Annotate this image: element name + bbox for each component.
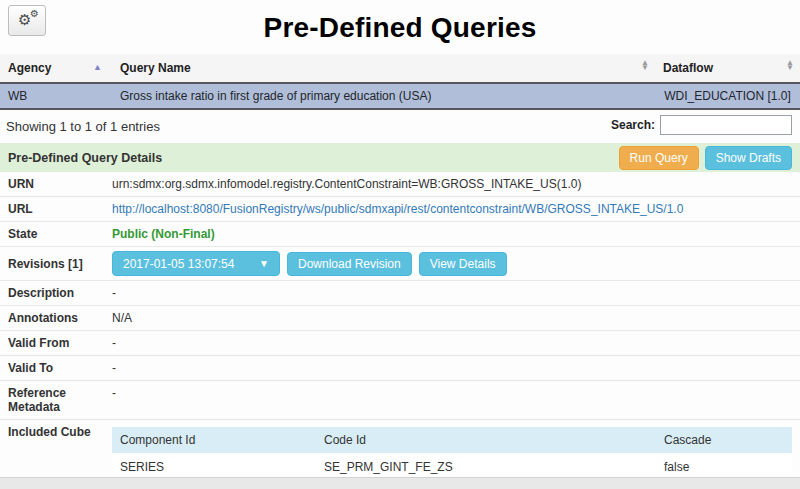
sort-both-icon: ▲▼: [641, 60, 649, 70]
download-revision-button[interactable]: Download Revision: [287, 252, 412, 276]
detail-row-url: URL http://localhost:8080/FusionRegistry…: [0, 197, 800, 222]
annotations-value: N/A: [112, 311, 792, 325]
column-header-query-name[interactable]: Query Name ▲▼: [112, 54, 655, 83]
cube-header-row: Component Id Code Id Cascade: [112, 427, 792, 453]
page-title: Pre-Defined Queries: [0, 0, 800, 44]
detail-row-urn: URN urn:sdmx:org.sdmx.infomodel.registry…: [0, 172, 800, 197]
cube-header-component-id: Component Id: [112, 427, 316, 453]
column-header-agency[interactable]: Agency ▲: [0, 54, 112, 83]
included-cube-label: Included Cube: [8, 425, 112, 439]
search-control: Search:: [611, 115, 792, 135]
annotations-label: Annotations: [8, 311, 112, 325]
column-header-dataflow[interactable]: Dataflow ▲▼: [655, 54, 800, 83]
detail-row-annotations: Annotations N/A: [0, 306, 800, 331]
column-header-agency-label: Agency: [8, 61, 51, 75]
top-bar: ⚙⚙ Pre-Defined Queries: [0, 0, 800, 54]
valid-to-value: -: [112, 361, 792, 375]
show-drafts-button[interactable]: Show Drafts: [705, 146, 792, 170]
revisions-controls: 2017-01-05 13:07:54 ▼ Download Revision …: [112, 251, 792, 276]
entries-info-text: Showing 1 to 1 of 1 entries: [6, 119, 160, 134]
view-details-button[interactable]: View Details: [419, 252, 507, 276]
description-label: Description: [8, 286, 112, 300]
valid-to-label: Valid To: [8, 361, 112, 375]
revision-select-dropdown[interactable]: 2017-01-05 13:07:54 ▼: [112, 251, 280, 276]
detail-row-valid-from: Valid From -: [0, 331, 800, 356]
query-row-agency: WB: [0, 83, 112, 109]
cogs-icon: ⚙⚙: [18, 12, 31, 28]
valid-from-label: Valid From: [8, 336, 112, 350]
valid-from-value: -: [112, 336, 792, 350]
revisions-label: Revisions [1]: [8, 257, 112, 271]
search-input[interactable]: [660, 115, 792, 135]
query-url-link[interactable]: http://localhost:8080/FusionRegistry/ws/…: [112, 202, 683, 216]
caret-down-icon: ▼: [259, 258, 269, 269]
settings-menu-button[interactable]: ⚙⚙: [8, 5, 46, 36]
cube-header-cascade: Cascade: [656, 427, 792, 453]
query-details-panel-header: Pre-Defined Query Details Run Query Show…: [0, 143, 800, 172]
sort-both-icon: ▲▼: [786, 60, 794, 70]
query-details-title: Pre-Defined Query Details: [8, 151, 162, 165]
detail-row-reference-metadata: Reference Metadata -: [0, 381, 800, 420]
detail-row-description: Description -: [0, 281, 800, 306]
description-value: -: [112, 286, 792, 300]
cube-header-code-id: Code Id: [316, 427, 656, 453]
query-row-name: Gross intake ratio in first grade of pri…: [112, 83, 655, 109]
urn-value: urn:sdmx:org.sdmx.infomodel.registry.Con…: [112, 177, 792, 191]
search-label: Search:: [611, 118, 655, 132]
sort-ascending-icon: ▲: [93, 62, 102, 72]
panel-buttons: Run Query Show Drafts: [619, 146, 792, 170]
predefined-queries-table: Agency ▲ Query Name ▲▼ Dataflow ▲▼ WB Gr…: [0, 54, 800, 110]
detail-row-valid-to: Valid To -: [0, 356, 800, 381]
run-query-button[interactable]: Run Query: [619, 146, 699, 170]
urn-label: URN: [8, 177, 112, 191]
reference-metadata-value: -: [112, 386, 792, 400]
column-header-dataflow-label: Dataflow: [663, 61, 713, 75]
state-label: State: [8, 227, 112, 241]
detail-row-revisions: Revisions [1] 2017-01-05 13:07:54 ▼ Down…: [0, 247, 800, 281]
url-label: URL: [8, 202, 112, 216]
table-footer: Showing 1 to 1 of 1 entries Search:: [0, 110, 800, 143]
reference-metadata-label: Reference Metadata: [8, 386, 112, 414]
page-footer-bar: [0, 477, 800, 489]
state-value: Public (Non-Final): [112, 227, 792, 241]
column-header-query-name-label: Query Name: [120, 61, 191, 75]
query-row-dataflow: WDI_EDUCATION [1.0]: [655, 83, 800, 109]
queries-header-row: Agency ▲ Query Name ▲▼ Dataflow ▲▼: [0, 54, 800, 83]
query-row-selected[interactable]: WB Gross intake ratio in first grade of …: [0, 83, 800, 109]
revision-selected-value: 2017-01-05 13:07:54: [123, 257, 234, 271]
detail-row-state: State Public (Non-Final): [0, 222, 800, 247]
